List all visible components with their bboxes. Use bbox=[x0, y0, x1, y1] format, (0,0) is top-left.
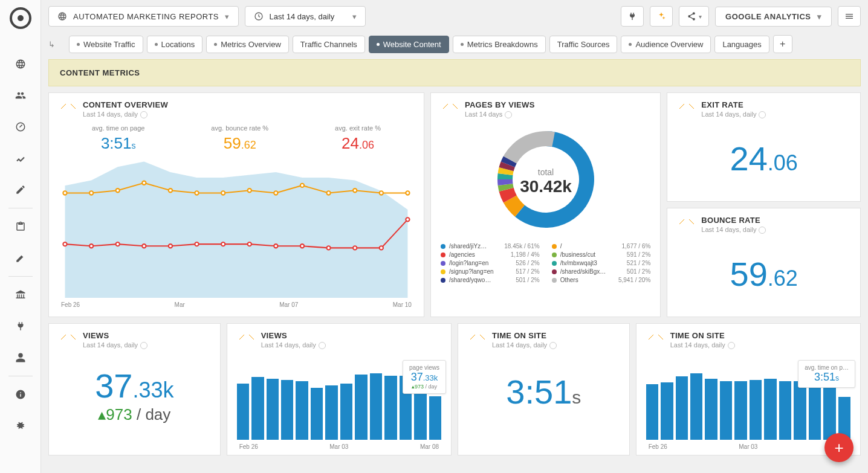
tab-website-content[interactable]: Website Content bbox=[369, 36, 449, 53]
tab-traffic-channels[interactable]: Traffic Channels bbox=[293, 36, 365, 53]
svg-text:30.42k: 30.42k bbox=[520, 177, 572, 196]
add-tab-button[interactable]: + bbox=[773, 35, 792, 53]
exit-rate-value: 24.06 bbox=[730, 140, 798, 178]
tab-website-traffic[interactable]: Website Traffic bbox=[69, 36, 143, 53]
svg-point-10 bbox=[300, 184, 304, 187]
svg-point-16 bbox=[89, 244, 93, 248]
x-label: Feb 26 bbox=[239, 443, 258, 450]
sparkle-button[interactable] bbox=[650, 6, 673, 27]
svg-text:total: total bbox=[537, 167, 553, 177]
svg-point-28 bbox=[406, 217, 409, 221]
share-button[interactable]: ▾ bbox=[679, 6, 709, 27]
speed-icon[interactable] bbox=[11, 117, 30, 137]
svg-point-1 bbox=[63, 191, 66, 195]
metric-label: avg. bounce rate % bbox=[211, 124, 268, 132]
views-chart-card: ⟋⟍ VIEWS Last 14 days, daily page views … bbox=[227, 323, 452, 455]
svg-point-26 bbox=[353, 246, 357, 249]
analytics-icon: ⟋⟍ bbox=[237, 332, 256, 342]
tab-traffic-sources[interactable]: Traffic Sources bbox=[549, 36, 618, 53]
info-icon[interactable] bbox=[11, 385, 30, 404]
time-on-site-big-card: ⟋⟍ TIME ON SITE Last 14 days, daily 3:51… bbox=[458, 323, 630, 455]
caret-down-icon: ▾ bbox=[817, 12, 822, 21]
card-subtitle: Last 14 days, daily bbox=[701, 226, 766, 234]
bug-icon[interactable] bbox=[11, 416, 30, 436]
card-subtitle: Last 14 days, daily bbox=[83, 111, 168, 118]
tab-metrics-breakdowns[interactable]: Metrics Breakdowns bbox=[453, 36, 546, 53]
svg-point-25 bbox=[326, 246, 330, 249]
views-big-card: ⟋⟍ VIEWS Last 14 days, daily 37.33k ▴973… bbox=[48, 323, 221, 455]
time-tooltip: avg. time on p… 3:51s bbox=[798, 360, 855, 388]
bar bbox=[809, 381, 821, 440]
legend-row: /login?lang=en526 / 2% bbox=[441, 260, 540, 266]
svg-point-6 bbox=[195, 191, 198, 195]
bounce-rate-card: ⟋⟍ BOUNCE RATE Last 14 days, daily 59.62 bbox=[667, 208, 861, 317]
tab-label: Website Content bbox=[383, 40, 441, 49]
card-title: BOUNCE RATE bbox=[701, 216, 766, 225]
bank-icon[interactable] bbox=[11, 285, 30, 304]
legend-row: /1,677 / 6% bbox=[552, 243, 651, 249]
clipboard-icon[interactable] bbox=[11, 217, 30, 236]
views-tooltip: page views 37.33k ▴973 / day bbox=[403, 360, 446, 394]
clock-icon bbox=[254, 11, 264, 21]
svg-point-21 bbox=[221, 242, 225, 246]
tab-languages[interactable]: Languages bbox=[714, 36, 769, 53]
add-widget-fab[interactable]: + bbox=[824, 433, 853, 462]
svg-point-9 bbox=[274, 191, 277, 195]
x-label: Mar 08 bbox=[420, 443, 439, 450]
card-title: EXIT RATE bbox=[701, 100, 766, 109]
card-subtitle: Last 14 days, daily bbox=[261, 341, 326, 349]
plug-icon[interactable] bbox=[11, 317, 30, 336]
time-on-site-value: 3:51s bbox=[506, 373, 581, 411]
edit-icon[interactable] bbox=[11, 248, 30, 268]
tab-label: Website Traffic bbox=[83, 40, 135, 49]
svg-point-3 bbox=[116, 188, 120, 192]
pencil-icon[interactable] bbox=[11, 180, 30, 199]
tab-metrics-overview[interactable]: Metrics Overview bbox=[206, 36, 289, 53]
tab-label: Metrics Overview bbox=[221, 40, 281, 49]
analytics-icon: ⟋⟍ bbox=[646, 332, 666, 342]
globe-icon bbox=[57, 11, 67, 21]
people-icon[interactable] bbox=[11, 86, 30, 105]
legend-row: /business/cut591 / 2% bbox=[552, 251, 651, 258]
tab-locations[interactable]: Locations bbox=[147, 36, 203, 53]
svg-point-8 bbox=[248, 188, 251, 192]
globe-icon[interactable] bbox=[11, 54, 30, 74]
tab-label: Languages bbox=[722, 40, 761, 49]
bar bbox=[690, 373, 702, 440]
bar bbox=[370, 373, 382, 440]
integration-label: GOOGLE ANALYTICS bbox=[725, 12, 811, 21]
metric-value: 59.62 bbox=[211, 134, 268, 153]
bar bbox=[705, 379, 717, 440]
svg-point-18 bbox=[142, 244, 146, 248]
x-label: Mar 03 bbox=[329, 443, 348, 450]
legend-row: /shared/skiBgx…501 / 2% bbox=[552, 268, 651, 275]
tab-label: Traffic Channels bbox=[300, 40, 357, 49]
bar bbox=[355, 375, 367, 440]
card-title: PAGES BY VIEWS bbox=[465, 100, 535, 109]
report-selector[interactable]: AUTOMATED MARKETING REPORTS ▾ bbox=[48, 6, 239, 27]
legend-row: Others5,941 / 20% bbox=[552, 277, 651, 283]
integration-selector[interactable]: GOOGLE ANALYTICS ▾ bbox=[715, 7, 832, 27]
metric-label: avg. time on page bbox=[92, 124, 144, 132]
tab-audience-overview[interactable]: Audience Overview bbox=[621, 36, 711, 53]
date-range-label: Last 14 days, daily bbox=[270, 12, 335, 21]
analytics-icon: ⟋⟍ bbox=[468, 332, 487, 342]
date-range-selector[interactable]: Last 14 days, daily ▾ bbox=[245, 6, 366, 27]
bar bbox=[661, 382, 673, 440]
analytics-icon: ⟋⟍ bbox=[677, 101, 696, 111]
bar bbox=[384, 376, 397, 440]
svg-point-20 bbox=[195, 242, 198, 246]
line-icon[interactable] bbox=[11, 149, 30, 168]
menu-button[interactable] bbox=[838, 6, 861, 27]
bar bbox=[823, 387, 835, 440]
time-on-site-chart-card: ⟋⟍ TIME ON SITE Last 14 days, daily avg.… bbox=[636, 323, 861, 455]
topbar: AUTOMATED MARKETING REPORTS ▾ Last 14 da… bbox=[41, 0, 868, 33]
legend-row: /agencies1,198 / 4% bbox=[441, 251, 540, 258]
bar bbox=[779, 381, 791, 440]
bar bbox=[340, 384, 352, 440]
svg-point-23 bbox=[274, 244, 277, 248]
legend-row: /signup?lang=en517 / 2% bbox=[441, 268, 540, 275]
user-icon[interactable] bbox=[11, 348, 30, 367]
plug-button[interactable] bbox=[621, 6, 644, 27]
x-label: Mar bbox=[175, 301, 185, 308]
